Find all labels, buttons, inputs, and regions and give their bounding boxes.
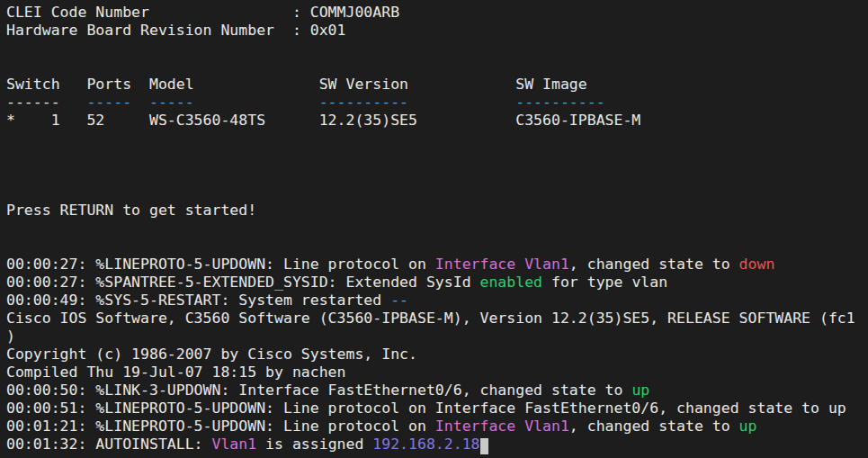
terminal-line <box>6 130 868 148</box>
terminal-text-segment: 00:00:27: %SPANTREE-5-EXTENDED_SYSID: Ex… <box>6 274 480 291</box>
terminal-line: ) <box>6 328 868 346</box>
terminal-text-segment: 00:00:49: %SYS-5-RESTART: System restart… <box>6 292 390 309</box>
terminal-text-segment: Cisco IOS Software, C3560 Software (C356… <box>6 310 855 327</box>
terminal-text-segment: up <box>631 382 649 399</box>
terminal-text-segment: , changed state to <box>569 418 739 435</box>
terminal-line: Copyright (c) 1986-2007 by Cisco Systems… <box>6 346 868 364</box>
terminal-text-segment: Compiled Thu 19-Jul-07 18:15 by nachen <box>6 364 346 381</box>
terminal-line <box>6 166 868 184</box>
terminal-line <box>6 58 868 76</box>
terminal-line <box>6 184 868 202</box>
terminal-text-segment: -- <box>390 292 408 309</box>
terminal-text-segment: Interface Vlan1 <box>435 418 569 435</box>
terminal-line: Cisco IOS Software, C3560 Software (C356… <box>6 310 868 328</box>
terminal-line: 00:00:27: %SPANTREE-5-EXTENDED_SYSID: Ex… <box>6 274 868 292</box>
terminal-text-segment: 00:01:32: AUTOINSTALL: <box>6 436 211 453</box>
text-cursor <box>480 438 489 454</box>
terminal-line: Hardware Board Revision Number : 0x01 <box>6 22 868 40</box>
terminal-text-segment: ----- ----- ---------- ---------- <box>60 94 605 111</box>
terminal-text-segment: 00:01:21: %LINEPROTO-5-UPDOWN: Line prot… <box>6 418 435 435</box>
terminal-text-segment: Switch Ports Model SW Version SW Image <box>6 76 587 93</box>
terminal-text-segment: 00:00:51: %LINEPROTO-5-UPDOWN: Line prot… <box>6 400 846 417</box>
terminal-line <box>6 238 868 256</box>
terminal-text-segment: enabled <box>480 274 543 291</box>
terminal-line: ------ ----- ----- ---------- ---------- <box>6 94 868 112</box>
terminal-text-segment: 00:00:50: %LINK-3-UPDOWN: Interface Fast… <box>6 382 631 399</box>
terminal-line: 00:01:32: AUTOINSTALL: Vlan1 is assigned… <box>6 436 868 454</box>
terminal-line: Switch Ports Model SW Version SW Image <box>6 76 868 94</box>
terminal-text-segment: Interface Vlan1 <box>435 256 569 273</box>
terminal-text-segment: up <box>739 418 757 435</box>
terminal-line <box>6 220 868 238</box>
terminal-text-segment: Vlan1 <box>211 436 256 453</box>
terminal-text-segment: Hardware Board Revision Number : 0x01 <box>6 22 346 39</box>
terminal-text-segment: , changed state to <box>569 256 739 273</box>
terminal-text-segment: for type vlan <box>542 274 667 291</box>
terminal-text-segment: * 1 52 WS-C3560-48TS 12.2(35)SE5 C3560-I… <box>6 112 640 129</box>
terminal-line: 00:00:49: %SYS-5-RESTART: System restart… <box>6 292 868 310</box>
terminal-text-segment: is assigned <box>256 436 372 453</box>
terminal-line: 00:00:51: %LINEPROTO-5-UPDOWN: Line prot… <box>6 400 868 418</box>
terminal-line: CLEI Code Number : COMMJ00ARB <box>6 4 868 22</box>
terminal-line: 00:01:21: %LINEPROTO-5-UPDOWN: Line prot… <box>6 418 868 436</box>
terminal-line <box>6 148 868 166</box>
terminal-text-segment: Press RETURN to get started! <box>6 202 256 219</box>
terminal-line: * 1 52 WS-C3560-48TS 12.2(35)SE5 C3560-I… <box>6 112 868 130</box>
terminal-output[interactable]: CLEI Code Number : COMMJ00ARBHardware Bo… <box>0 0 868 458</box>
terminal-text-segment: down <box>739 256 775 273</box>
terminal-line: 00:00:50: %LINK-3-UPDOWN: Interface Fast… <box>6 382 868 400</box>
terminal-text-segment: 192.168.2.18 <box>372 436 479 453</box>
terminal-text-segment: Copyright (c) 1986-2007 by Cisco Systems… <box>6 346 417 363</box>
terminal-line: 00:00:27: %LINEPROTO-5-UPDOWN: Line prot… <box>6 256 868 274</box>
terminal-text-segment: ------ <box>6 94 60 111</box>
terminal-text-segment: CLEI Code Number : COMMJ00ARB <box>6 4 399 21</box>
terminal-text-segment: 00:00:27: %LINEPROTO-5-UPDOWN: Line prot… <box>6 256 435 273</box>
terminal-line: Press RETURN to get started! <box>6 202 868 220</box>
terminal-line: Compiled Thu 19-Jul-07 18:15 by nachen <box>6 364 868 382</box>
terminal-line <box>6 40 868 58</box>
terminal-text-segment: ) <box>6 328 15 345</box>
